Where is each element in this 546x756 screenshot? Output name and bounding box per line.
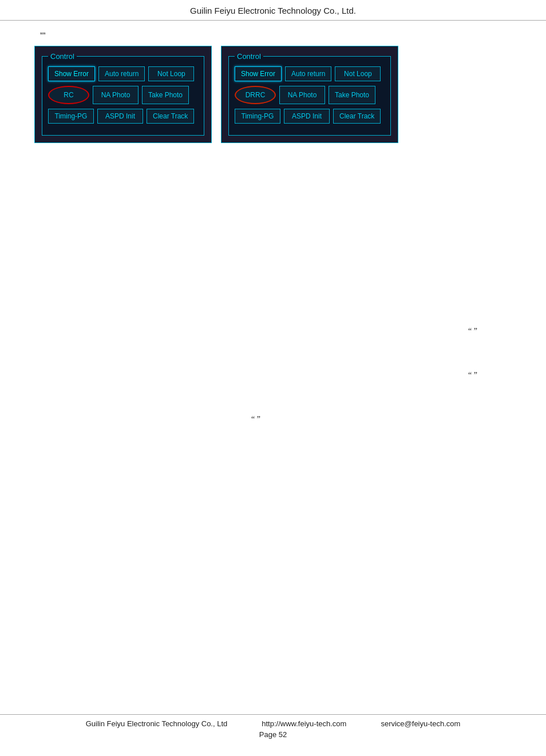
text-block-1-right: “ ” xyxy=(34,326,477,336)
intro-quote: ”” xyxy=(40,31,512,40)
panel-right-row3: Timing-PG ASPD Init Clear Track xyxy=(235,109,385,124)
quote-3: “ ” xyxy=(251,415,260,423)
not-loop-right-button[interactable]: Not Loop xyxy=(335,66,381,81)
na-photo-left-button[interactable]: NA Photo xyxy=(93,86,139,104)
timing-pg-left-button[interactable]: Timing-PG xyxy=(48,109,94,124)
page-header: Guilin Feiyu Electronic Technology Co., … xyxy=(0,0,546,21)
take-photo-right-button[interactable]: Take Photo xyxy=(329,86,375,104)
panel-left-row2: RC NA Photo Take Photo xyxy=(48,86,198,104)
footer-email: service@feiyu-tech.com xyxy=(381,719,460,728)
header-title: Guilin Feiyu Electronic Technology Co., … xyxy=(190,6,356,15)
panel-right-row2: DRRC NA Photo Take Photo xyxy=(235,86,385,104)
auto-return-left-button[interactable]: Auto return xyxy=(98,66,145,81)
footer-page-number: Page 52 xyxy=(0,730,546,739)
panel-right-row1: Show Error Auto return Not Loop xyxy=(235,66,385,81)
take-photo-left-button[interactable]: Take Photo xyxy=(142,86,189,104)
control-panel-right: Control Show Error Auto return Not Loop … xyxy=(221,46,398,143)
footer-company: Guilin Feiyu Electronic Technology Co., … xyxy=(86,719,228,728)
show-error-right-button[interactable]: Show Error xyxy=(235,66,282,81)
text-block-2: “ ” xyxy=(34,370,477,380)
drrc-right-button[interactable]: DRRC xyxy=(235,86,276,104)
rc-left-button[interactable]: RC xyxy=(48,86,89,104)
aspd-init-right-button[interactable]: ASPD Init xyxy=(284,109,330,124)
clear-track-right-button[interactable]: Clear Track xyxy=(333,109,381,124)
text-block-3: “ ” xyxy=(34,414,477,424)
footer-row1: Guilin Feiyu Electronic Technology Co., … xyxy=(0,719,546,728)
not-loop-left-button[interactable]: Not Loop xyxy=(148,66,194,81)
na-photo-right-button[interactable]: NA Photo xyxy=(279,86,325,104)
control-panel-left: Control Show Error Auto return Not Loop … xyxy=(34,46,212,143)
text-block-1: “ ” xyxy=(34,326,477,336)
show-error-left-button[interactable]: Show Error xyxy=(48,66,95,81)
panel-left-row1: Show Error Auto return Not Loop xyxy=(48,66,198,81)
aspd-init-left-button[interactable]: ASPD Init xyxy=(97,109,143,124)
quote-1: “ ” xyxy=(468,327,477,335)
footer-website: http://www.feiyu-tech.com xyxy=(262,719,346,728)
quote-2: “ ” xyxy=(468,371,477,379)
page-footer: Guilin Feiyu Electronic Technology Co., … xyxy=(0,714,546,739)
panel-left-row3: Timing-PG ASPD Init Clear Track xyxy=(48,109,198,124)
clear-track-left-button[interactable]: Clear Track xyxy=(147,109,194,124)
panel-left-legend: Control xyxy=(48,52,77,61)
body-text-block: “ ” “ ” “ ” xyxy=(34,326,512,424)
timing-pg-right-button[interactable]: Timing-PG xyxy=(235,109,280,124)
text-block-2-right: “ ” xyxy=(34,370,477,380)
panels-row: Control Show Error Auto return Not Loop … xyxy=(34,46,512,143)
text-block-3-center: “ ” xyxy=(34,414,477,424)
auto-return-right-button[interactable]: Auto return xyxy=(285,66,331,81)
panel-right-legend: Control xyxy=(235,52,263,61)
